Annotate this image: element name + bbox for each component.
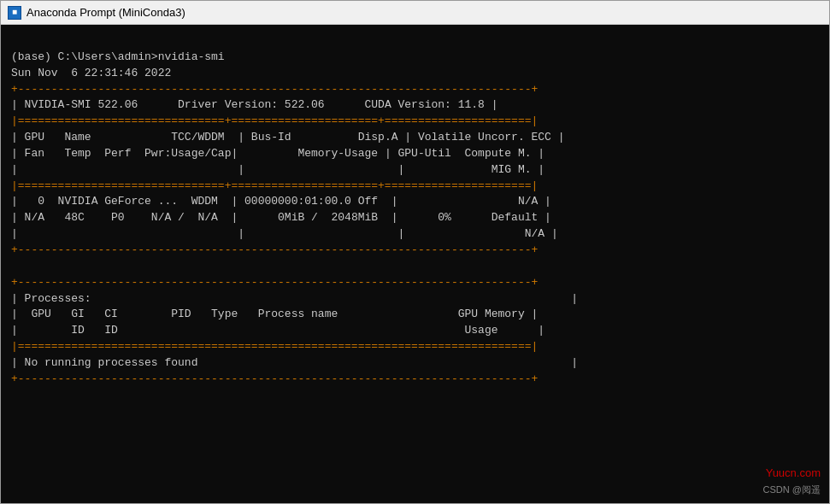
prompt-line-1: (base) C:\Users\admin>nvidia-smi bbox=[11, 50, 225, 63]
prompt-line-2: Sun Nov 6 22:31:46 2022 bbox=[11, 67, 171, 79]
title-bar: ■ Anaconda Prompt (MiniConda3) bbox=[1, 1, 829, 25]
watermark: Yuucn.com bbox=[766, 466, 821, 479]
separator-5: +---------------------------------------… bbox=[11, 276, 538, 289]
gpu-row-2: | N/A 48C P0 N/A / N/A | 0MiB / 2048MiB … bbox=[11, 211, 551, 224]
separator-2: |===============================+=======… bbox=[11, 114, 538, 127]
col-header-2: | Fan Temp Perf Pwr:Usage/Cap| Memory-Us… bbox=[11, 147, 545, 160]
process-header-1: | GPU GI CI PID Type Process name GPU Me… bbox=[11, 308, 538, 320]
separator-6: |=======================================… bbox=[11, 340, 538, 353]
process-header-2: | ID ID Usage | bbox=[11, 324, 545, 337]
gpu-row-1: | 0 NVIDIA GeForce ... WDDM | 00000000:0… bbox=[11, 195, 551, 208]
terminal-content: (base) C:\Users\admin>nvidia-smi Sun Nov… bbox=[11, 33, 819, 403]
col-header-3: | | | MIG M. | bbox=[11, 163, 545, 176]
window: ■ Anaconda Prompt (MiniConda3) (base) C:… bbox=[0, 0, 830, 504]
separator-1: +---------------------------------------… bbox=[11, 83, 538, 96]
gpu-row-3: | | | N/A | bbox=[11, 227, 558, 240]
window-icon: ■ bbox=[8, 6, 21, 20]
separator-3: |===============================+=======… bbox=[11, 179, 538, 192]
no-processes: | No running processes found | bbox=[11, 356, 578, 369]
processes-label: | Processes: | bbox=[11, 292, 578, 305]
separator-7: +---------------------------------------… bbox=[11, 372, 538, 385]
window-title: Anaconda Prompt (MiniConda3) bbox=[26, 6, 185, 19]
smi-header: | NVIDIA-SMI 522.06 Driver Version: 522.… bbox=[11, 98, 498, 111]
separator-4: +---------------------------------------… bbox=[11, 243, 538, 256]
col-header-1: | GPU Name TCC/WDDM | Bus-Id Disp.A | Vo… bbox=[11, 131, 565, 144]
terminal-body[interactable]: (base) C:\Users\admin>nvidia-smi Sun Nov… bbox=[1, 25, 829, 503]
csdn-label: CSDN @阅遥 bbox=[763, 483, 821, 496]
